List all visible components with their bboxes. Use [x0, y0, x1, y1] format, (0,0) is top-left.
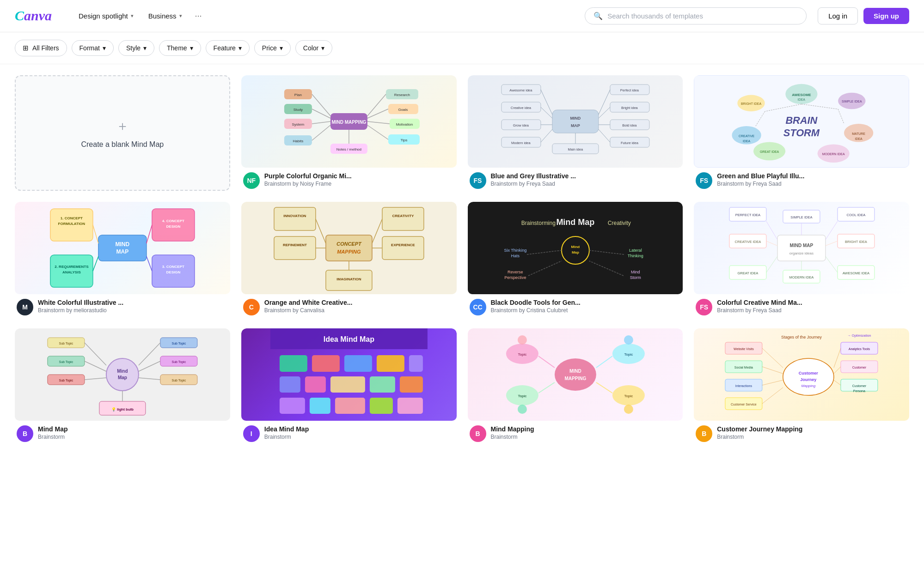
- svg-text:Sub Topic: Sub Topic: [172, 379, 186, 382]
- svg-text:AWESOME: AWESOME: [792, 93, 811, 97]
- svg-text:REFINEMENT: REFINEMENT: [283, 243, 307, 247]
- svg-point-222: [517, 405, 526, 414]
- template-title: Orange and White Creative...: [264, 299, 455, 306]
- design-spotlight-nav[interactable]: Design spotlight ▾: [72, 8, 140, 24]
- svg-text:MODERN IDEA: MODERN IDEA: [789, 275, 814, 279]
- feature-filter[interactable]: Feature ▾: [206, 40, 250, 56]
- price-filter[interactable]: Price ▾: [254, 40, 291, 56]
- svg-line-217: [538, 382, 554, 393]
- blank-card-label: Create a blank Mind Map: [81, 140, 164, 149]
- svg-text:Customer Service: Customer Service: [731, 403, 757, 406]
- template-title: Mind Mapping: [491, 425, 681, 433]
- template-card[interactable]: Mind Map Sub Topic Sub Topic Sub Topic S…: [15, 328, 230, 444]
- template-subtitle: Brainstorm: [491, 434, 681, 440]
- template-card[interactable]: AWESOME IDEA BRIGHT IDEA SIMPLE IDEA CRE…: [694, 75, 909, 191]
- template-info: C Orange and White Creative... Brainstor…: [241, 294, 457, 317]
- svg-text:Sub Topic: Sub Topic: [59, 342, 73, 345]
- template-card[interactable]: MIND MAPPING Plan Study System Habits: [241, 75, 457, 191]
- svg-line-110: [372, 219, 382, 243]
- search-input[interactable]: [607, 12, 798, 20]
- format-filter[interactable]: Format ▾: [72, 40, 114, 56]
- more-nav[interactable]: ···: [190, 7, 207, 24]
- svg-text:Perspective: Perspective: [504, 275, 526, 280]
- svg-text:Plan: Plan: [294, 93, 302, 97]
- template-meta: Purple Colorful Organic Mi... Brainstorm…: [264, 172, 455, 187]
- template-info: M White Colorful Illustrative ... Brains…: [15, 294, 230, 317]
- template-meta: Black Doodle Tools for Gen... Brainstorm…: [491, 299, 681, 314]
- template-thumbnail: Idea Mind Map: [241, 328, 457, 421]
- filter-bar: ⊞ All Filters Format ▾ Style ▾ Theme ▾ F…: [0, 32, 924, 64]
- template-meta: Orange and White Creative... Brainstorm …: [264, 299, 455, 314]
- svg-text:MIND MAP: MIND MAP: [790, 243, 814, 248]
- svg-rect-201: [280, 398, 305, 414]
- svg-line-38: [540, 107, 552, 118]
- all-filters-button[interactable]: ⊞ All Filters: [15, 40, 67, 56]
- svg-text:Social Media: Social Media: [734, 366, 753, 369]
- svg-text:Perfect idea: Perfect idea: [620, 88, 639, 92]
- template-meta: Mind Map Brainstorm: [38, 425, 228, 440]
- svg-line-251: [834, 380, 841, 385]
- avatar: FS: [470, 172, 486, 189]
- svg-line-134: [528, 261, 561, 276]
- svg-text:Website Visits: Website Visits: [734, 347, 754, 351]
- template-card[interactable]: CONCEPT MAPPING INNOVATION CREATIVITY RE…: [241, 202, 457, 317]
- svg-line-17: [367, 94, 386, 116]
- svg-line-131: [589, 250, 624, 254]
- theme-filter[interactable]: Theme ▾: [159, 40, 201, 56]
- blank-mind-map-card[interactable]: ＋ Create a blank Mind Map: [15, 75, 230, 191]
- svg-rect-195: [409, 355, 423, 372]
- chevron-down-icon: ▾: [321, 44, 324, 52]
- template-title: Blue and Grey Illustrative ...: [491, 172, 681, 180]
- svg-line-47: [598, 90, 610, 115]
- svg-text:GREAT IDEA: GREAT IDEA: [760, 150, 779, 153]
- svg-text:DESIGN: DESIGN: [166, 270, 181, 274]
- svg-line-20: [367, 109, 388, 118]
- svg-line-97: [93, 256, 98, 271]
- svg-text:MAPPING: MAPPING: [564, 376, 586, 381]
- canva-logo[interactable]: Canva: [15, 6, 61, 27]
- svg-rect-102: [326, 235, 372, 261]
- template-card[interactable]: MIND MAP organize ideas PERFECT IDEA SIM…: [694, 202, 909, 317]
- svg-rect-194: [377, 355, 404, 372]
- template-card[interactable]: MIND MAPPING Topic Topic Topic Topic: [468, 328, 683, 444]
- header-actions: Log in Sign up: [818, 7, 909, 24]
- main-content: ＋ Create a blank Mind Map MIND MAPPING P…: [0, 64, 924, 455]
- svg-text:MIND: MIND: [116, 241, 130, 248]
- template-title: Purple Colorful Organic Mi...: [264, 172, 455, 180]
- business-nav[interactable]: Business ▾: [142, 8, 189, 24]
- template-subtitle: Brainstorm by Noisy Frame: [264, 181, 455, 187]
- svg-rect-197: [305, 376, 326, 393]
- svg-text:BRAIN: BRAIN: [786, 115, 818, 126]
- svg-rect-30: [552, 110, 598, 133]
- svg-text:Idea Mind Map: Idea Mind Map: [324, 335, 374, 343]
- svg-text:Thinking: Thinking: [627, 254, 643, 258]
- svg-text:Mapping: Mapping: [802, 384, 816, 388]
- svg-text:EXPERIENCE: EXPERIENCE: [391, 243, 415, 247]
- svg-text:DESIGN: DESIGN: [166, 224, 181, 229]
- template-meta: White Colorful Illustrative ... Brainsto…: [38, 299, 228, 314]
- login-button[interactable]: Log in: [818, 7, 858, 24]
- svg-line-101: [147, 256, 152, 271]
- svg-text:Customer: Customer: [852, 384, 867, 387]
- color-filter[interactable]: Color ▾: [295, 40, 332, 56]
- template-card[interactable]: MIND MAP Awesome idea Creative idea Grow…: [468, 75, 683, 191]
- svg-text:Sub Topic: Sub Topic: [172, 342, 186, 345]
- search-icon: 🔍: [594, 12, 603, 20]
- svg-line-23: [367, 121, 390, 124]
- style-filter[interactable]: Style ▾: [118, 40, 154, 56]
- svg-rect-196: [280, 376, 300, 393]
- svg-line-248: [762, 387, 783, 404]
- svg-text:Hats: Hats: [511, 254, 520, 258]
- svg-rect-204: [370, 398, 393, 414]
- template-info: B Customer Journey Mapping Brainstorm: [694, 421, 909, 444]
- template-thumbnail: MIND MAPPING Plan Study System Habits: [241, 75, 457, 168]
- template-card[interactable]: Mind Map Brainstorming Creativity Mind M…: [468, 202, 683, 317]
- signup-button[interactable]: Sign up: [863, 8, 909, 24]
- svg-line-107: [316, 219, 326, 243]
- svg-text:Reverse: Reverse: [508, 270, 523, 274]
- template-card[interactable]: MIND MAP 1. CONCEPT FORMULATION 4. CONCE…: [15, 202, 230, 317]
- template-card[interactable]: Stages of the Journey Customer Journey M…: [694, 328, 909, 444]
- svg-line-159: [826, 221, 838, 240]
- svg-line-79: [765, 104, 802, 111]
- template-card[interactable]: Idea Mind Map: [241, 328, 457, 444]
